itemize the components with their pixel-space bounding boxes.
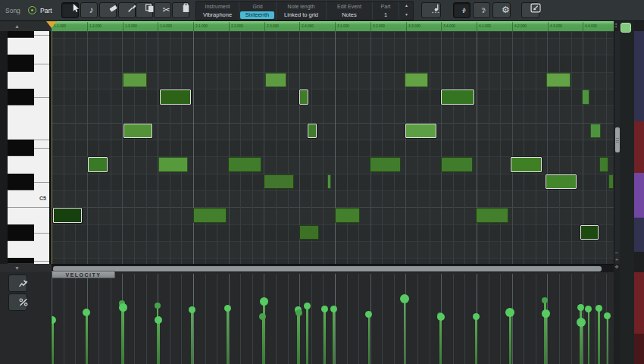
midi-note-B4[interactable] xyxy=(476,208,509,223)
song-toggle-label[interactable]: Song xyxy=(5,7,20,14)
velocity-handle[interactable] xyxy=(155,303,161,309)
midi-note-C#5[interactable] xyxy=(546,174,577,190)
velocity-handle[interactable] xyxy=(596,305,602,312)
scroll-down-icon[interactable]: ▼ xyxy=(14,265,20,271)
playhead-marker[interactable] xyxy=(46,21,57,28)
midi-note-G5[interactable] xyxy=(123,73,147,88)
velocity-stem[interactable] xyxy=(404,299,406,364)
transform-tool-button[interactable] xyxy=(8,293,27,311)
velocity-handle[interactable] xyxy=(83,309,90,316)
velocity-stem[interactable] xyxy=(299,312,301,364)
note-edit-mode-button[interactable]: ♪° xyxy=(473,2,490,18)
midi-note-D5[interactable] xyxy=(370,157,401,172)
velocity-stem[interactable] xyxy=(263,302,265,364)
velocity-stem[interactable] xyxy=(333,309,335,364)
velocity-handle[interactable] xyxy=(505,308,514,317)
midi-note-B4[interactable] xyxy=(193,208,227,223)
midi-note-C#5[interactable] xyxy=(327,174,331,190)
velocity-stem[interactable] xyxy=(52,320,54,364)
midi-note-E5[interactable] xyxy=(123,124,152,139)
midi-note-B4[interactable] xyxy=(53,208,82,223)
midi-note-F#5[interactable] xyxy=(582,89,589,105)
black-key-A#5[interactable] xyxy=(8,31,34,38)
white-key-F5[interactable] xyxy=(8,105,51,122)
horizontal-scrollbar[interactable] xyxy=(52,264,614,272)
automation-panel-button[interactable] xyxy=(521,2,539,18)
velocity-handle[interactable] xyxy=(330,306,337,312)
velocity-stem[interactable] xyxy=(306,306,308,364)
midi-note-C#5[interactable] xyxy=(264,174,294,190)
velocity-handle[interactable] xyxy=(260,297,268,306)
split-button[interactable]: ✂ xyxy=(154,2,171,18)
velocity-handle[interactable] xyxy=(542,309,550,318)
velocity-stem[interactable] xyxy=(580,322,583,364)
midi-note-A#4[interactable] xyxy=(580,225,599,240)
note-add-mode-button[interactable]: ♪+ xyxy=(453,2,470,18)
white-key-E5[interactable] xyxy=(8,123,51,140)
midi-note-G5[interactable] xyxy=(265,73,286,88)
black-key-F#5[interactable] xyxy=(8,89,34,105)
option-value-edit-event[interactable]: Notes xyxy=(327,11,372,20)
midi-note-F#5[interactable] xyxy=(441,89,474,105)
midi-note-D5[interactable] xyxy=(511,157,542,172)
white-key-A5[interactable] xyxy=(8,38,51,55)
velocity-handle[interactable] xyxy=(577,318,586,327)
zoom-in-vertical-button[interactable]: + xyxy=(614,257,620,264)
velocity-handle[interactable] xyxy=(604,312,611,319)
black-key-D#5[interactable] xyxy=(8,140,34,156)
velocity-lane[interactable] xyxy=(52,272,614,364)
part-radio[interactable] xyxy=(28,6,36,14)
midi-note-G5[interactable] xyxy=(546,73,571,88)
part-toggle-label[interactable]: Part xyxy=(40,7,52,14)
velocity-stem[interactable] xyxy=(546,313,548,364)
midi-note-D5[interactable] xyxy=(88,157,108,172)
timeline-ruler[interactable]: 1.1.0001.2.0001.3.0001.4.0002.1.0002.2.0… xyxy=(52,21,614,31)
velocity-stem[interactable] xyxy=(588,309,590,364)
expand-view-button[interactable]: ✥ xyxy=(614,264,620,271)
black-key-C#5[interactable] xyxy=(8,174,34,190)
velocity-stem[interactable] xyxy=(607,315,609,364)
ruler-options-icon[interactable] xyxy=(612,23,617,28)
midi-note-E5[interactable] xyxy=(308,124,317,139)
midi-note-D5[interactable] xyxy=(441,157,473,172)
black-key-A#4[interactable] xyxy=(8,224,34,241)
velocity-stem[interactable] xyxy=(158,320,160,364)
velocity-stem[interactable] xyxy=(509,312,511,364)
eraser-tool-button[interactable] xyxy=(99,2,117,18)
copy-button[interactable] xyxy=(136,2,153,18)
draw-ramp-tool-button[interactable] xyxy=(8,275,27,292)
paint-tool-button[interactable]: ♪ xyxy=(80,2,98,18)
velocity-stem[interactable] xyxy=(440,317,442,364)
velocity-handle[interactable] xyxy=(119,303,127,312)
midi-note-A#4[interactable] xyxy=(299,225,319,240)
white-key-A4[interactable] xyxy=(8,241,51,258)
velocity-handle[interactable] xyxy=(304,303,311,309)
select-tool-button[interactable] xyxy=(61,2,79,18)
velocity-lane-tab[interactable]: VELOCITY xyxy=(52,271,115,278)
option-value-grid[interactable]: Sixteenth xyxy=(240,11,274,19)
velocity-handle[interactable] xyxy=(473,313,480,320)
black-key-G#5[interactable] xyxy=(8,55,34,71)
velocity-stem[interactable] xyxy=(475,317,477,364)
velocity-stem[interactable] xyxy=(598,309,600,364)
velocity-stem[interactable] xyxy=(368,314,370,364)
midi-note-D5[interactable] xyxy=(228,157,261,172)
velocity-handle[interactable] xyxy=(437,313,445,321)
velocity-stem[interactable] xyxy=(324,309,326,364)
velocity-handle[interactable] xyxy=(224,305,231,312)
velocity-handle[interactable] xyxy=(52,316,56,324)
spinner-down-button[interactable]: ▼ xyxy=(399,11,414,20)
velocity-stem[interactable] xyxy=(86,312,88,364)
midi-note-F#5[interactable] xyxy=(160,89,191,105)
midi-note-G5[interactable] xyxy=(405,73,428,88)
white-key-G5[interactable] xyxy=(8,72,51,89)
paste-button[interactable] xyxy=(172,2,189,18)
velocity-handle[interactable] xyxy=(295,309,302,316)
white-key-D5[interactable] xyxy=(8,156,51,173)
spinner-up-button[interactable]: ▲ xyxy=(399,2,414,11)
midi-note-E5[interactable] xyxy=(590,124,601,139)
scroll-up-icon[interactable]: ▲ xyxy=(14,24,20,29)
velocity-handle[interactable] xyxy=(155,316,162,324)
vertical-scrollbar-thumb[interactable] xyxy=(615,127,620,152)
velocity-handle[interactable] xyxy=(365,311,372,318)
